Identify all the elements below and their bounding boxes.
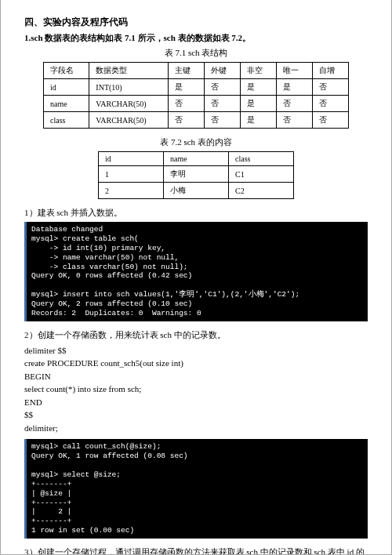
document-page: 四、实验内容及程序代码 1.sch 数据表的表结构如表 7.1 所示，sch 表… [0, 0, 392, 555]
section-heading: 四、实验内容及程序代码 [24, 16, 368, 29]
terminal-result-table: +-------+ | @size | +-------+ | 2 | +---… [31, 480, 134, 535]
th: 自增 [313, 63, 349, 79]
subsection-heading-1: 1.sch 数据表的表结构如表 7.1 所示，sch 表的数据如表 7.2。 [24, 32, 368, 44]
table-72: id name class 1 李明 C1 2 小梅 C2 [98, 151, 294, 199]
table-71-caption: 表 7.1 sch 表结构 [24, 47, 368, 59]
table-row: 2 小梅 C2 [99, 183, 294, 199]
code-block-1: delimiter $$ create PROCEDURE count_sch5… [24, 344, 368, 435]
th: 唯一 [277, 63, 313, 79]
th: 字段名 [44, 63, 89, 79]
th: 主键 [169, 63, 205, 79]
terminal-output-1: Database changed mysql> create table sch… [24, 222, 368, 321]
table-71: 字段名 数据类型 主键 外键 非空 唯一 自增 id INT(10) 是 否 是… [43, 62, 349, 129]
terminal-output-2: mysql> call count_sch(@size); Query OK, … [24, 439, 368, 539]
table-row: id name class [99, 152, 294, 166]
step-1-label: 1）建表 sch 并插入数据。 [24, 207, 368, 219]
table-row: 1 李明 C1 [99, 166, 294, 183]
th: 外键 [205, 63, 241, 79]
th: 数据类型 [89, 63, 169, 79]
step-3-label: 3）创建一个存储过程，通过调用存储函数的方法来获取表 sch 中的记录数和 sc… [24, 546, 368, 555]
table-row: id INT(10) 是 否 是 是 否 [44, 79, 349, 96]
th: 非空 [241, 63, 277, 79]
table-row: name VARCHAR(50) 否 否 是 否 否 [44, 96, 349, 112]
table-row: class VARCHAR(50) 否 否 是 否 否 [44, 112, 349, 129]
table-row: 字段名 数据类型 主键 外键 非空 唯一 自增 [44, 63, 349, 79]
step-2-label: 2）创建一个存储函数，用来统计表 sch 中的记录数。 [24, 329, 368, 341]
table-72-caption: 表 7.2 sch 表的内容 [24, 136, 368, 148]
terminal-lines: mysql> call count_sch(@size); Query OK, … [31, 442, 188, 479]
